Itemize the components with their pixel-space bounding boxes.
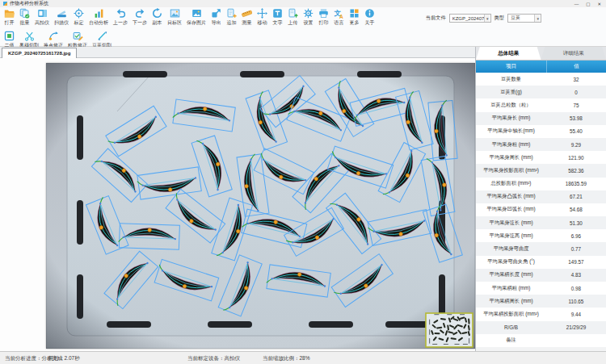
print-button[interactable]: 打印 — [316, 8, 331, 27]
about-info-icon — [364, 8, 375, 19]
save-image-button[interactable]: 保存图片 — [184, 8, 208, 27]
minimize-button[interactable]: — — [574, 2, 579, 6]
target-area-button[interactable]: 目标区 — [165, 8, 184, 27]
toolbar-item-label: 语言 — [335, 19, 344, 27]
doc-camera-icon — [37, 8, 48, 19]
row-value: 6.96 — [546, 229, 606, 242]
current-file-select[interactable]: KZGP_202407 ▾ — [449, 14, 491, 23]
upload-icon — [288, 8, 298, 19]
row-label: 平均果身弯曲度 — [476, 242, 546, 255]
type-select[interactable]: 豆荚 ▾ — [507, 14, 541, 23]
tab-overall-results[interactable]: 总体结果 — [476, 47, 541, 60]
row-value: 51.30 — [546, 216, 606, 229]
open-folder-button[interactable]: 打开 — [2, 8, 17, 27]
more-grid-button[interactable]: 更多 — [347, 8, 362, 27]
row-label: 备注 — [476, 334, 546, 347]
chevron-down-icon: ▾ — [484, 15, 490, 22]
toolbar-item-label: 更多 — [350, 19, 360, 27]
settings-gear-button[interactable]: 设置 — [301, 8, 316, 27]
toolbar-item-label: 上传 — [288, 19, 298, 27]
undo-arrow-icon — [116, 8, 126, 19]
svg-text:A: A — [339, 14, 343, 19]
window-title: 作物考种分析系统 — [10, 0, 48, 7]
image-viewport[interactable] — [0, 58, 475, 351]
table-row: 平均果身长 (mm)53.98 — [476, 112, 606, 125]
toolbar: 打开批量高拍仪扫描仪标定自动分析上一步下一步副本目标区保存图片导出追加测量移动文… — [0, 7, 606, 47]
current-file-label: 当前文件 — [426, 15, 446, 22]
maximize-button[interactable]: ▢ — [586, 2, 590, 6]
row-label: 豆荚总粒数（粒） — [476, 98, 546, 111]
copy-refresh-button[interactable]: 副本 — [149, 8, 165, 27]
toolbar-item-label: 标定 — [74, 19, 84, 27]
open-folder-icon — [4, 8, 15, 19]
row-value: 149.57 — [546, 256, 606, 269]
table-row: 豆荚数量32 — [476, 73, 606, 86]
pod-cut-icon — [97, 31, 107, 41]
toolbar-item-label: 自动分析 — [89, 19, 108, 27]
table-row: 平均果身弯曲度0.77 — [476, 242, 606, 255]
navigator-thumbnail[interactable] — [426, 313, 473, 347]
undo-arrow-button[interactable]: 上一步 — [111, 8, 130, 27]
toolbar-item-label: 打开 — [5, 19, 15, 27]
row-label: 平均果身凹弧长 (mm) — [476, 203, 546, 216]
row-value: 582.36 — [546, 164, 606, 177]
redo-arrow-button[interactable]: 下一步 — [130, 8, 149, 27]
row-value: 121.90 — [546, 151, 606, 164]
auto-analyze-button[interactable]: 自动分析 — [86, 8, 111, 27]
toolbar-row-2: 二值果穗切割换点修正粒数修正豆荚切割 — [0, 30, 606, 48]
row-value: 9.29 — [546, 138, 606, 151]
specimen-image[interactable] — [46, 63, 475, 349]
measure-ruler-icon — [242, 8, 252, 19]
table-row: 平均果身粗 (mm)9.29 — [476, 138, 606, 151]
scanner-button[interactable]: 扫描仪 — [52, 8, 71, 27]
about-info-button[interactable]: 关于 — [362, 8, 377, 27]
table-row: R/G/B21/29/29 — [476, 321, 606, 334]
measure-ruler-button[interactable]: 测量 — [239, 8, 255, 27]
title-bar: 作物考种分析系统 — ▢ ✕ — [0, 0, 606, 7]
toolbar-item-label: 追加 — [227, 19, 237, 27]
language-button[interactable]: 文A语言 — [331, 8, 347, 27]
text-button[interactable]: 文字 — [270, 8, 285, 27]
table-row: 平均果身投影面积 (mm²)582.36 — [476, 164, 606, 177]
app-window: 作物考种分析系统 — ▢ ✕ 打开批量高拍仪扫描仪标定自动分析上一步下一步副本目… — [0, 0, 606, 364]
document-tab[interactable]: KZGP_20240725161728.jpg — [2, 48, 77, 58]
row-value: 21/29/29 — [546, 321, 606, 334]
redo-arrow-icon — [135, 8, 145, 19]
export-button[interactable]: 导出 — [208, 8, 224, 27]
calibration-device-text: 当前标定设备：高拍仪 — [187, 355, 240, 362]
move-icon — [257, 8, 267, 19]
tab-detailed-results[interactable]: 详细结果 — [541, 47, 606, 60]
row-value: 0 — [546, 86, 606, 98]
print-icon — [318, 8, 329, 19]
more-grid-icon — [349, 8, 360, 19]
settings-gear-icon — [303, 8, 314, 19]
toolbar-item-label: 批量 — [20, 19, 30, 27]
move-button[interactable]: 移动 — [255, 8, 270, 27]
append-button[interactable]: 追加 — [224, 8, 239, 27]
results-table-body: 豆荚数量32豆荚重(g)0豆荚总粒数（粒）75平均果身长 (mm)53.98平均… — [476, 73, 606, 347]
toolbar-item-label: 副本 — [153, 19, 162, 27]
table-row: 平均果身弦高 (mm)6.96 — [476, 229, 606, 242]
table-row: 平均果柄粗 (mm)0.98 — [476, 282, 606, 295]
toolbar-item-label: 打印 — [319, 19, 329, 27]
ear-cut-scissors-icon — [24, 31, 35, 41]
row-value: 0.77 — [546, 242, 606, 255]
row-value: 54.68 — [546, 203, 606, 216]
row-label: 豆荚数量 — [476, 73, 546, 86]
toolbar-item-label: 下一步 — [133, 19, 147, 27]
row-value: 32 — [546, 73, 606, 86]
batch-button[interactable]: 批量 — [17, 8, 32, 27]
upload-button[interactable]: 上传 — [285, 8, 301, 27]
row-label: 总投影面积 (mm²) — [476, 178, 546, 190]
point-fix-icon — [48, 31, 59, 41]
table-row: 总投影面积 (mm²)18635.59 — [476, 178, 606, 190]
close-button[interactable]: ✕ — [597, 2, 601, 6]
doc-camera-button[interactable]: 高拍仪 — [32, 8, 52, 27]
append-icon — [226, 8, 237, 19]
table-row: 平均果身周长 (mm)121.90 — [476, 151, 606, 164]
calibrate-target-button[interactable]: 标定 — [71, 8, 86, 27]
type-label: 类型 — [494, 15, 504, 22]
status-bar: 当前分析进度：分析完成 耗时：2.07秒 当前标定设备：高拍仪 当前缩放比例：2… — [0, 351, 606, 364]
row-value: 110.65 — [546, 295, 606, 308]
row-value: 18635.59 — [546, 178, 606, 190]
